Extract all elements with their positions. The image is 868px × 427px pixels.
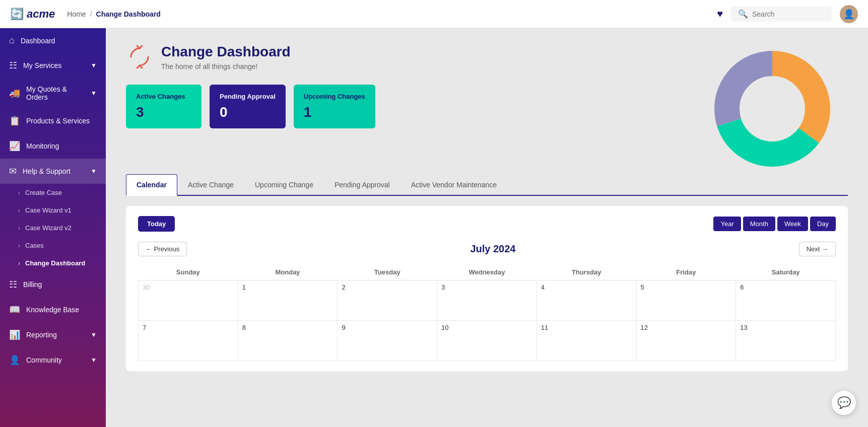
chevron-down-icon: ▼ bbox=[91, 62, 97, 69]
sidebar-item-billing[interactable]: ☷ Billing bbox=[0, 272, 106, 297]
month-view-button[interactable]: Month bbox=[743, 217, 775, 231]
day-number: 7 bbox=[143, 324, 146, 331]
sidebar-item-my-quotes[interactable]: 🚚 My Quotes & Orders ▼ bbox=[0, 78, 106, 108]
calendar-cell[interactable]: 11 bbox=[537, 321, 636, 361]
calendar-cell[interactable]: 12 bbox=[636, 321, 736, 361]
tab-active-vendor[interactable]: Active Vendor Maintenance bbox=[400, 174, 507, 195]
search-input[interactable] bbox=[752, 10, 823, 18]
products-icon: 📋 bbox=[9, 115, 20, 126]
sidebar-sub-label: Case Wizard v1 bbox=[25, 206, 72, 214]
search-wrap[interactable]: 🔍 bbox=[731, 6, 832, 22]
sidebar-sub-label: Change Dashboard bbox=[25, 259, 85, 267]
day-number: 2 bbox=[342, 283, 345, 291]
calendar-toolbar: Today Year Month Week Day bbox=[138, 216, 836, 232]
tab-calendar[interactable]: Calendar bbox=[126, 174, 177, 196]
sidebar-item-knowledge-base[interactable]: 📖 Knowledge Base bbox=[0, 297, 106, 322]
sidebar-item-products[interactable]: 📋 Products & Services bbox=[0, 108, 106, 133]
sidebar-item-reporting[interactable]: 📊 Reporting ▼ bbox=[0, 322, 106, 347]
calendar-cell[interactable]: 30 bbox=[139, 280, 238, 321]
chat-icon: 💬 bbox=[837, 396, 851, 409]
home-icon: ⌂ bbox=[9, 35, 15, 46]
calendar-cell[interactable]: 1 bbox=[238, 280, 338, 321]
stat-value: 0 bbox=[220, 104, 276, 120]
sidebar-item-community[interactable]: 👤 Community ▼ bbox=[0, 347, 106, 373]
chat-bubble[interactable]: 💬 bbox=[832, 391, 856, 415]
sidebar-sub-case-wizard-v1[interactable]: › Case Wizard v1 bbox=[0, 201, 106, 219]
today-button[interactable]: Today bbox=[138, 216, 175, 232]
sidebar-sub-change-dashboard[interactable]: › Change Dashboard bbox=[0, 254, 106, 272]
breadcrumb-current: Change Dashboard bbox=[96, 10, 161, 18]
sidebar-sub-create-case[interactable]: › Create Case bbox=[0, 184, 106, 201]
day-number: 13 bbox=[740, 324, 747, 331]
calendar-cell[interactable]: 7 bbox=[139, 321, 238, 361]
breadcrumb-home[interactable]: Home bbox=[67, 10, 86, 18]
calendar-cell[interactable]: 13 bbox=[736, 321, 836, 361]
day-view-button[interactable]: Day bbox=[810, 217, 836, 231]
calendar-cell[interactable]: 4 bbox=[537, 280, 636, 321]
col-thursday: Thursday bbox=[537, 264, 636, 280]
arrow-right-icon: › bbox=[18, 260, 20, 267]
sidebar-item-monitoring[interactable]: 📈 Monitoring bbox=[0, 133, 106, 159]
favorites-icon[interactable]: ♥ bbox=[717, 8, 723, 20]
calendar-cell[interactable]: 3 bbox=[437, 280, 537, 321]
tabs-bar: Calendar Active Change Upcoming Change P… bbox=[126, 174, 848, 196]
calendar-cell[interactable]: 10 bbox=[437, 321, 537, 361]
sidebar-sub-cases[interactable]: › Cases bbox=[0, 237, 106, 254]
year-view-button[interactable]: Year bbox=[713, 217, 741, 231]
col-monday: Monday bbox=[238, 264, 338, 280]
chevron-down-icon: ▼ bbox=[91, 331, 97, 338]
stat-label: Active Changes bbox=[136, 93, 191, 100]
sidebar-item-label: My Services bbox=[23, 61, 61, 69]
day-number: 11 bbox=[541, 324, 548, 331]
week-view-button[interactable]: Week bbox=[777, 217, 808, 231]
billing-icon: ☷ bbox=[9, 279, 17, 290]
stat-card-pending-approval[interactable]: Pending Approval 0 bbox=[210, 85, 286, 128]
day-number: 1 bbox=[242, 283, 246, 291]
topnav: 🔄 acme Home / Change Dashboard ♥ 🔍 👤 bbox=[0, 0, 868, 28]
day-number: 30 bbox=[143, 283, 150, 291]
donut-chart-container bbox=[697, 43, 848, 174]
arrow-right-icon: › bbox=[18, 207, 20, 214]
logo[interactable]: 🔄 acme bbox=[10, 8, 55, 21]
avatar[interactable]: 👤 bbox=[840, 5, 858, 23]
col-saturday: Saturday bbox=[736, 264, 836, 280]
calendar-cell[interactable]: 9 bbox=[338, 321, 437, 361]
stat-card-upcoming-changes[interactable]: Upcoming Changes 1 bbox=[294, 85, 375, 128]
calendar-cell[interactable]: 2 bbox=[338, 280, 437, 321]
col-tuesday: Tuesday bbox=[338, 264, 437, 280]
arrow-right-icon: › bbox=[18, 189, 20, 196]
breadcrumb-sep: / bbox=[90, 10, 92, 18]
sidebar-sub-case-wizard-v2[interactable]: › Case Wizard v2 bbox=[0, 219, 106, 237]
tab-active-change[interactable]: Active Change bbox=[177, 174, 244, 195]
tab-pending-approval[interactable]: Pending Approval bbox=[324, 174, 400, 195]
sidebar-sub-label: Create Case bbox=[25, 189, 62, 196]
top-section: Change Dashboard The home of all things … bbox=[126, 43, 848, 174]
sidebar-sub-label: Case Wizard v2 bbox=[25, 224, 72, 232]
prev-button[interactable]: ← Previous bbox=[138, 242, 187, 256]
calendar-panel: Today Year Month Week Day ← Previous Jul… bbox=[126, 206, 848, 371]
logo-text: acme bbox=[27, 8, 55, 21]
stat-card-active-changes[interactable]: Active Changes 3 bbox=[126, 85, 202, 128]
chevron-down-icon: ▼ bbox=[91, 90, 97, 97]
reporting-icon: 📊 bbox=[9, 329, 20, 340]
day-number: 10 bbox=[441, 324, 448, 331]
help-icon: ✉ bbox=[9, 166, 17, 177]
monitoring-icon: 📈 bbox=[9, 140, 20, 152]
next-button[interactable]: Next → bbox=[799, 242, 836, 256]
main-layout: ⌂ Dashboard ☷ My Services ▼ 🚚 My Quotes … bbox=[0, 28, 868, 427]
services-icon: ☷ bbox=[9, 60, 17, 71]
tab-upcoming-change[interactable]: Upcoming Change bbox=[244, 174, 324, 195]
calendar-cell[interactable]: 8 bbox=[238, 321, 338, 361]
stat-label: Upcoming Changes bbox=[304, 93, 365, 100]
sidebar-item-my-services[interactable]: ☷ My Services ▼ bbox=[0, 53, 106, 78]
calendar-cell[interactable]: 5 bbox=[636, 280, 736, 321]
top-left: Change Dashboard The home of all things … bbox=[126, 43, 697, 143]
sidebar-item-dashboard[interactable]: ⌂ Dashboard bbox=[0, 28, 106, 53]
day-number: 8 bbox=[242, 324, 246, 331]
calendar-cell[interactable]: 6 bbox=[736, 280, 836, 321]
page-header-text: Change Dashboard The home of all things … bbox=[161, 43, 291, 70]
sidebar-item-label: Monitoring bbox=[26, 142, 59, 150]
orders-icon: 🚚 bbox=[9, 88, 20, 99]
calendar-nav: ← Previous July 2024 Next → bbox=[138, 242, 836, 256]
sidebar-item-help-support[interactable]: ✉ Help & Support ▼ bbox=[0, 159, 106, 184]
